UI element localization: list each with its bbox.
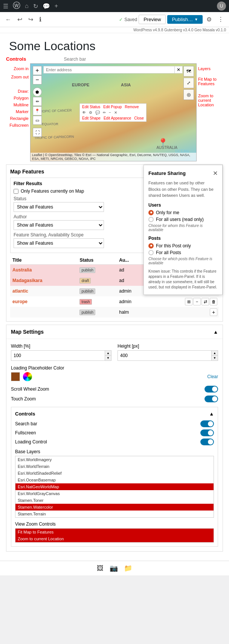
only-on-map-checkbox[interactable]	[14, 189, 18, 194]
feature-title[interactable]: Australia	[12, 267, 32, 273]
settings-icon[interactable]: ⚙	[89, 110, 92, 115]
remove-link[interactable]: Remove	[125, 105, 139, 109]
refresh-icon[interactable]: ↻	[33, 3, 38, 10]
height-input[interactable]	[118, 350, 212, 361]
edit-status-link[interactable]: Edit Status	[82, 105, 100, 109]
layer-item[interactable]: Stamen.Terrain	[15, 511, 214, 517]
address-clear-button[interactable]: ✕	[175, 66, 183, 74]
info-button[interactable]: ℹ	[37, 14, 44, 25]
layer-item[interactable]: Esri.WorldImagery	[15, 456, 214, 463]
location-button[interactable]: ◎	[183, 89, 194, 100]
fit-map-button[interactable]: ⤢	[183, 78, 194, 88]
layer-item[interactable]: Esri.WorldTerrain	[15, 463, 214, 470]
publish-button[interactable]: Publish… ▼	[167, 15, 203, 24]
map-settings-header[interactable]: Map Settings ▲	[6, 325, 223, 339]
add-feature-button[interactable]: +	[210, 308, 217, 316]
only-for-me-radio[interactable]	[148, 210, 154, 215]
rectangle-draw-button[interactable]: ▭	[33, 116, 42, 125]
popup-close-button[interactable]: ✕	[213, 170, 218, 177]
polygon-draw-button[interactable]: ⬟	[33, 87, 42, 97]
hamburger-icon[interactable]: ☰	[3, 3, 8, 10]
layer-item[interactable]: Esri.NatGeoWorldMap	[15, 483, 214, 490]
color-wheel[interactable]	[23, 372, 32, 381]
status-filter-select[interactable]: Show all Features	[14, 202, 104, 212]
view-icon[interactable]: 👁	[82, 110, 86, 115]
view-feature-button[interactable]: ⊞	[185, 298, 192, 305]
right-controls-panel: Layers Fit Map to Features Zoom to curre…	[197, 63, 223, 161]
search-bar-toggle[interactable]	[200, 420, 214, 427]
feature-title[interactable]: atlantic	[12, 288, 28, 294]
pencil-icon[interactable]: ✏	[103, 110, 106, 115]
fullscreen-map-button[interactable]: ⛶	[33, 128, 42, 137]
zoom-in-button[interactable]: +	[33, 66, 42, 75]
delete-feature-button[interactable]: 🗑	[210, 298, 217, 305]
author-filter-select[interactable]: Show all Features	[14, 220, 104, 230]
for-this-post-radio[interactable]	[148, 243, 154, 248]
comment-icon[interactable]: 💬	[95, 110, 100, 115]
for-all-posts-radio[interactable]	[148, 250, 154, 255]
map-viewport[interactable]: EUROPE ASIA TROPIC OF CANCER EQUATOR TRO…	[30, 63, 197, 161]
layers-button[interactable]: 🗺	[183, 66, 194, 77]
wp-icon[interactable]: W	[13, 2, 20, 11]
edit-shape-link[interactable]: Edit Shape	[82, 116, 101, 120]
share-feature-button[interactable]: ⇄	[202, 298, 209, 305]
width-down-button[interactable]: ▼	[105, 356, 111, 360]
scroll-wheel-zoom-toggle[interactable]	[205, 386, 218, 393]
clear-color-link[interactable]: Clear	[207, 374, 218, 379]
feature-title[interactable]: Madagasikara	[12, 278, 42, 283]
row-actions: ⊞ − ⇄ 🗑	[151, 298, 217, 305]
feature-sharing-filter-select[interactable]: Show all Features	[14, 238, 104, 248]
height-down-button[interactable]: ▼	[212, 356, 218, 360]
loading-color-label: Loading Placeholder Color	[11, 365, 218, 371]
user-avatar[interactable]: U	[217, 2, 226, 11]
width-col: Width [%] ▲ ▼	[11, 343, 111, 361]
touch-zoom-toggle[interactable]	[205, 396, 218, 402]
loading-control-toggle[interactable]	[200, 439, 214, 445]
fullscreen-toggle[interactable]	[200, 429, 214, 436]
zoom-item[interactable]: Fit Map to Features	[15, 529, 214, 535]
width-input[interactable]	[11, 350, 105, 361]
camera-button[interactable]: 📷	[110, 564, 118, 572]
for-all-posts-label: For all Posts	[156, 250, 181, 255]
folder-button[interactable]: 📁	[124, 564, 132, 572]
layer-item[interactable]: Esri.OceanBasemap	[15, 477, 214, 483]
address-input[interactable]	[43, 66, 175, 74]
for-all-users-radio[interactable]	[148, 217, 154, 222]
layer-item[interactable]: Esri.WorldShadedRelief	[15, 470, 214, 477]
width-up-button[interactable]: ▲	[105, 351, 111, 356]
map-search-bar[interactable]: ✕	[43, 66, 183, 74]
height-up-button[interactable]: ▲	[212, 351, 218, 356]
minus-icon[interactable]: −	[109, 110, 111, 115]
layer-item[interactable]: Esri.WorldGrayCanvas	[15, 490, 214, 497]
x-icon[interactable]: ✕	[114, 110, 117, 115]
edit-popup-link[interactable]: Edit Popup	[103, 105, 122, 109]
controls-sub-header[interactable]: Controls ▲	[15, 411, 214, 417]
back-button[interactable]: ←	[3, 15, 14, 25]
minus-feature-button[interactable]: −	[193, 298, 201, 305]
image-button[interactable]: 🖼	[97, 564, 104, 572]
marker-draw-button[interactable]: 📍	[33, 106, 42, 115]
multiline-label: Multiline	[14, 103, 29, 107]
add-icon[interactable]: +	[55, 3, 58, 9]
zoom-item[interactable]: Zoom to current Location	[15, 535, 214, 542]
more-options-button[interactable]: ⋮	[215, 14, 226, 25]
close-link[interactable]: Close	[134, 116, 144, 120]
table-row: europe trash admin ⊞ − ⇄ 🗑	[10, 296, 219, 307]
zoom-out-button[interactable]: −	[33, 75, 42, 84]
layer-item[interactable]: Stamen.Toner	[15, 497, 214, 504]
preview-button[interactable]: Preview	[139, 15, 166, 24]
color-swatch[interactable]	[11, 372, 20, 381]
feature-title[interactable]: europe	[12, 299, 27, 304]
page-title[interactable]: Some Locations	[9, 39, 220, 53]
redo-button[interactable]: ↪	[26, 14, 35, 25]
edit-appearance-link[interactable]: Edit Appearance	[104, 116, 131, 120]
comments-icon[interactable]: 💬	[43, 3, 50, 10]
status-badge: publish	[79, 267, 95, 273]
undo-button[interactable]: ↩	[15, 14, 24, 25]
settings-button[interactable]: ⚙	[204, 14, 214, 25]
home-icon[interactable]: ⌂	[25, 3, 29, 9]
loading-control-label: Loading Control	[15, 439, 47, 445]
width-label: Width [%]	[11, 343, 111, 349]
multiline-draw-button[interactable]: ✏	[33, 97, 42, 106]
layer-item[interactable]: Stamen.Watercolor	[15, 504, 214, 511]
